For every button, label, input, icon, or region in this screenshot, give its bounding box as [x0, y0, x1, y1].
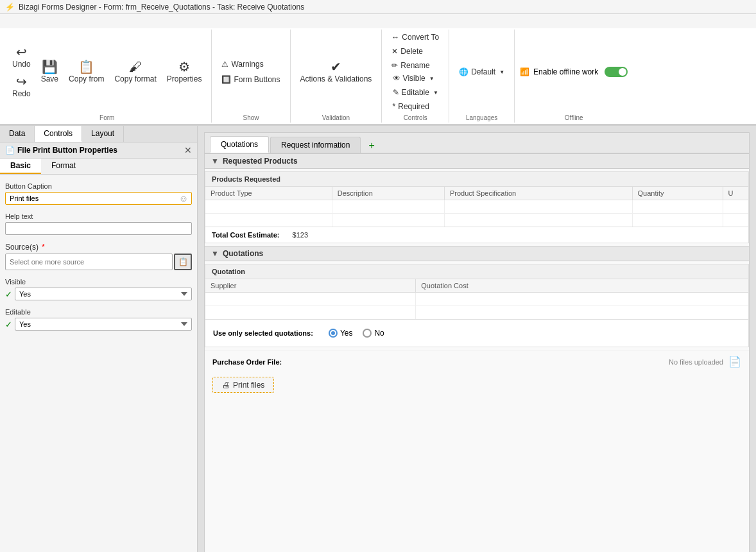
offline-group-label: Offline — [565, 113, 583, 121]
ribbon-group-show: ⚠ Warnings 🔲 Form Buttons Show — [212, 30, 290, 123]
radio-no[interactable]: No — [363, 329, 384, 338]
delete-icon: ✕ — [391, 47, 398, 56]
copy-format-button[interactable]: 🖌 Copy format — [110, 58, 160, 86]
col-u: U — [723, 187, 748, 200]
actions-validations-button[interactable]: ✔ Actions & Validations — [296, 58, 377, 86]
properties-button[interactable]: ⚙ Properties — [162, 58, 207, 86]
tab-data[interactable]: Data — [0, 126, 35, 142]
ribbon-group-controls: ↔ Convert To ✕ Delete ✏ Rename 👁 Visible… — [382, 30, 449, 123]
visible-select[interactable]: Yes No — [15, 288, 192, 300]
right-panel: Quotations Request information + ▼ Reque… — [198, 126, 756, 552]
app-icon: ⚡ — [5, 3, 15, 12]
tab-controls[interactable]: Controls — [35, 126, 82, 142]
products-table-container: Products Requested Product Type Descript… — [205, 171, 749, 243]
offline-toggle[interactable] — [605, 67, 628, 77]
validation-group-label: Validation — [322, 113, 350, 121]
col-product-spec: Product Specification — [444, 187, 632, 200]
requested-products-title: Requested Products — [223, 157, 298, 166]
caption-emoji-button[interactable]: ☺ — [176, 193, 191, 204]
add-tab-button[interactable]: + — [365, 139, 378, 153]
editable-select[interactable]: Yes No — [15, 318, 192, 331]
enable-offline-label: Enable offline work — [533, 67, 598, 76]
rename-button[interactable]: ✏ Rename — [387, 59, 434, 72]
no-files-text: No files uploaded — [669, 358, 723, 366]
warning-icon: ⚠ — [221, 60, 228, 69]
print-files-button[interactable]: 🖨 Print files — [212, 377, 274, 393]
form-tabs-row: Quotations Request information + — [205, 133, 749, 153]
ribbon: ↩ Undo ↪ Redo 💾 Save 📋 Copy from — [0, 14, 756, 126]
convert-icon: ↔ — [391, 33, 399, 42]
controls-group-label: Controls — [404, 113, 427, 121]
products-table-body — [205, 200, 748, 227]
radio-no-label: No — [374, 329, 384, 338]
required-button[interactable]: * Required — [388, 100, 434, 113]
requested-products-toggle[interactable]: ▼ — [211, 157, 219, 166]
save-button[interactable]: 💾 Save — [37, 58, 63, 86]
delete-button[interactable]: ✕ Delete — [387, 45, 427, 58]
quotations-section-header: ▼ Quotations — [205, 246, 749, 261]
undo-icon: ↩ — [16, 46, 27, 58]
quotations-title: Quotations — [223, 249, 263, 258]
print-btn-container: 🖨 Print files — [205, 373, 749, 401]
convert-to-button[interactable]: ↔ Convert To — [387, 31, 443, 44]
tab-layout[interactable]: Layout — [82, 126, 124, 142]
copy-from-icon: 📋 — [78, 60, 94, 73]
quotations-table: Supplier Quotation Cost — [205, 279, 748, 319]
quotations-header-row: Supplier Quotation Cost — [205, 279, 748, 293]
total-cost-value: $123 — [293, 231, 308, 239]
total-cost-label: Total Cost Estimate: — [212, 231, 280, 239]
table-row — [205, 214, 748, 227]
default-language-button[interactable]: 🌐 Default ▼ — [454, 65, 509, 78]
quotations-table-title: Quotation — [205, 264, 748, 279]
redo-button[interactable]: ↪ Redo — [8, 73, 35, 101]
properties-title: File Print Button Properties — [17, 146, 117, 155]
editable-field-label: Editable — [5, 308, 192, 316]
quotations-table-head: Supplier Quotation Cost — [205, 279, 748, 293]
visible-icon: 👁 — [393, 74, 400, 83]
form-area: Quotations Request information + ▼ Reque… — [198, 126, 756, 552]
requested-products-section-header: ▼ Requested Products — [205, 153, 749, 169]
editable-button[interactable]: ✎ Editable ▼ — [388, 86, 443, 99]
sources-browse-button[interactable]: 📋 — [174, 254, 192, 270]
form-group-label: Form — [99, 113, 114, 121]
print-files-label: Print files — [233, 381, 264, 390]
ribbon-group-offline: 📶 Enable offline work Offline — [515, 30, 633, 123]
products-table-head: Product Type Description Product Specifi… — [205, 187, 748, 200]
table-row — [205, 200, 748, 214]
form-buttons-icon: 🔲 — [221, 75, 231, 84]
radio-yes[interactable]: Yes — [329, 329, 353, 338]
help-text-input[interactable] — [5, 222, 192, 235]
table-row — [205, 293, 748, 306]
use-selected-quotations-row: Use only selected quotations: Yes No — [205, 319, 748, 347]
close-properties-button[interactable]: ✕ — [184, 145, 192, 155]
visible-button[interactable]: 👁 Visible ▼ — [388, 72, 439, 85]
editable-group: Editable ✓ Yes No — [5, 308, 192, 331]
quotations-table-body — [205, 293, 748, 320]
visible-check-icon: ✓ — [5, 289, 12, 299]
quotations-table-container: Quotation Supplier Quotation Cost — [205, 264, 749, 347]
button-caption-input[interactable] — [5, 192, 192, 205]
products-table-title: Products Requested — [205, 172, 748, 187]
quotations-toggle[interactable]: ▼ — [211, 249, 219, 258]
col-description: Description — [332, 187, 444, 200]
basic-tab[interactable]: Basic — [0, 159, 41, 174]
properties-body: Button Caption ☺ Help text Source(s) * — [0, 175, 197, 552]
visible-group: Visible ✓ Yes No — [5, 278, 192, 300]
validation-icon: ✔ — [331, 60, 341, 73]
products-table: Product Type Description Product Specifi… — [205, 187, 748, 227]
copy-from-button[interactable]: 📋 Copy from — [64, 58, 108, 86]
save-icon: 💾 — [42, 60, 58, 73]
undo-button[interactable]: ↩ Undo — [8, 43, 35, 71]
title-bar-text: Bizagi Forms Designer - Form: frm_Receiv… — [19, 3, 304, 12]
format-tab[interactable]: Format — [41, 159, 86, 174]
warnings-button[interactable]: ⚠ Warnings — [217, 58, 268, 71]
form-tab-request-info[interactable]: Request information — [270, 137, 361, 153]
editable-icon: ✎ — [393, 88, 399, 97]
required-indicator: * — [42, 243, 45, 252]
sources-input-row: 📋 — [5, 254, 192, 270]
form-buttons-button[interactable]: 🔲 Form Buttons — [217, 73, 284, 86]
upload-file-icon[interactable]: 📄 — [728, 356, 741, 368]
sources-input[interactable] — [5, 254, 173, 270]
caption-input-wrapper: ☺ — [5, 192, 192, 205]
form-tab-quotations[interactable]: Quotations — [210, 136, 269, 153]
